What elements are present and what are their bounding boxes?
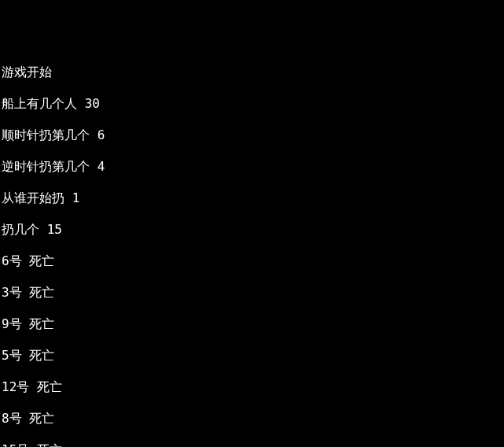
prompt-cw-line: 顺时针扔第几个 6 [2,127,502,143]
death-line: 8号 死亡 [2,411,502,427]
death-line: 9号 死亡 [2,316,502,332]
death-line: 15号 死亡 [2,442,502,447]
death-line: 5号 死亡 [2,348,502,364]
death-line: 3号 死亡 [2,285,502,301]
prompt-count-line: 扔几个 15 [2,222,502,238]
game-start-line: 游戏开始 [2,65,502,80]
death-line: 6号 死亡 [2,253,502,269]
prompt-start-line: 从谁开始扔 1 [2,190,502,206]
prompt-people-line: 船上有几个人 30 [2,96,502,112]
prompt-ccw-line: 逆时针扔第几个 4 [2,159,502,175]
death-line: 12号 死亡 [2,379,502,395]
